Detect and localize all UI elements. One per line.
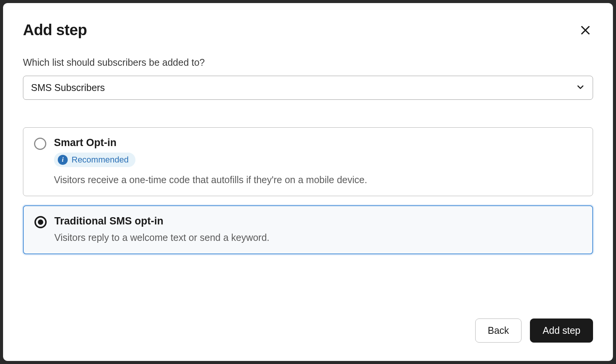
back-button[interactable]: Back [475,318,522,343]
option-content: Smart Opt-in i Recommended Visitors rece… [54,137,582,187]
modal-title: Add step [23,21,87,39]
option-smart-opt-in[interactable]: Smart Opt-in i Recommended Visitors rece… [23,127,593,196]
badge-text: Recommended [72,155,129,165]
option-content: Traditional SMS opt-in Visitors reply to… [54,215,582,244]
close-icon [579,24,592,36]
recommended-badge: i Recommended [54,153,135,167]
option-description: Visitors receive a one-time code that au… [54,173,582,187]
modal-header: Add step [23,21,593,39]
option-title: Smart Opt-in [54,137,582,149]
option-traditional-sms[interactable]: Traditional SMS opt-in Visitors reply to… [23,205,593,254]
option-description: Visitors reply to a welcome text or send… [54,231,582,244]
close-button[interactable] [578,23,593,38]
list-select[interactable]: SMS Subscribers [23,76,593,100]
radio-unselected [34,138,46,150]
list-select-wrapper: SMS Subscribers [23,76,593,100]
add-step-button[interactable]: Add step [530,318,593,343]
add-step-modal: Add step Which list should subscribers b… [3,3,613,361]
info-icon: i [58,155,68,165]
radio-selected [34,216,47,228]
option-title: Traditional SMS opt-in [54,215,582,227]
list-select-label: Which list should subscribers be added t… [23,57,593,68]
modal-footer: Back Add step [23,318,593,343]
